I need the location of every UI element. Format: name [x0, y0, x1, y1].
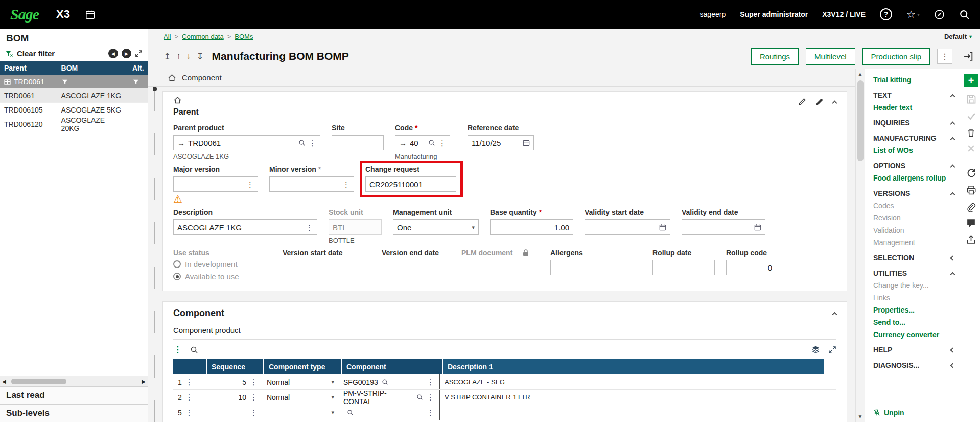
exit-icon[interactable] [963, 51, 974, 62]
filter-value[interactable]: TRD0061 [14, 78, 44, 86]
refresh-icon[interactable] [966, 168, 976, 179]
clear-filter-icon[interactable] [5, 50, 13, 58]
help-icon[interactable]: ? [880, 8, 892, 20]
column-header-parent[interactable]: Parent [0, 61, 57, 75]
previous-record-icon[interactable]: ↑ [176, 51, 181, 62]
column-header-component-type[interactable]: Component type [264, 359, 341, 374]
component-row[interactable]: 1 ⋮ 5 ⋮ Normal ▾ [173, 374, 836, 390]
jump-to-icon[interactable]: → [399, 139, 407, 147]
major-version-input[interactable]: ⋮ [173, 176, 258, 192]
breadcrumb-common-data[interactable]: Common data [182, 33, 224, 40]
grid-search-icon[interactable] [190, 346, 198, 354]
lookup-icon[interactable] [347, 409, 354, 416]
diagnosis-section-header[interactable]: DIAGNOSIS... [873, 359, 956, 371]
component-type-value[interactable]: Normal [267, 393, 328, 402]
last-read-section[interactable]: Last read [0, 386, 148, 404]
routings-button[interactable]: Routings [751, 48, 799, 65]
lookup-icon[interactable] [416, 394, 423, 401]
base-quantity-input[interactable]: 1.00 [490, 219, 573, 235]
print-icon[interactable] [966, 185, 976, 195]
endpoint-selector[interactable]: X3V12 / LIVE [822, 10, 866, 18]
field-options-icon[interactable]: ⋮ [438, 139, 446, 147]
description1-value[interactable]: ASCOGLAZE - SFG [439, 374, 824, 389]
comment-bubble-icon[interactable] [966, 218, 976, 228]
selection-section-header[interactable]: SELECTION [873, 252, 956, 264]
currency-converter-link[interactable]: Currency converter [873, 328, 956, 341]
favorites-icon[interactable]: ☆▾ [906, 8, 920, 20]
tab-component[interactable]: Component [182, 73, 222, 82]
inquiries-section-header[interactable]: INQUIRIES [873, 117, 956, 129]
record-row[interactable]: TRD006105 ASCOGLAZE 5KG [0, 103, 148, 117]
scroll-left-icon[interactable]: ◀ [2, 379, 6, 384]
breadcrumb-all[interactable]: All [164, 33, 171, 40]
description1-value[interactable]: V STRIP CONTAINER 1 LTR [439, 390, 824, 405]
component-row-new[interactable]: 5 ⋮ ⋮ ▾ [173, 405, 836, 420]
field-options-icon[interactable]: ⋮ [427, 393, 434, 401]
calendar-icon[interactable] [659, 224, 666, 231]
row-options-icon[interactable]: ⋮ [185, 409, 193, 416]
first-record-icon[interactable]: ↥ [164, 51, 171, 62]
last-record-icon[interactable]: ↧ [196, 51, 203, 62]
collapse-section-icon[interactable] [832, 312, 837, 317]
sequence-value[interactable]: 10 [238, 393, 246, 402]
validity-end-date-input[interactable] [682, 219, 765, 235]
view-selector[interactable]: Default ▾ [944, 33, 972, 40]
component-type-value[interactable]: Normal [267, 378, 328, 386]
filter-funnel-icon[interactable] [61, 78, 68, 85]
utilities-section-header[interactable]: UTILITIES [873, 267, 956, 279]
scroll-down-icon[interactable]: ▼ [858, 414, 863, 419]
home-icon[interactable] [168, 73, 176, 82]
layers-icon[interactable] [811, 345, 820, 354]
allergens-input[interactable] [550, 260, 641, 275]
next-record-icon[interactable]: ▶ [122, 49, 131, 58]
description1-value[interactable] [439, 405, 824, 420]
component-value[interactable]: PM-V-STRIP-CONTAI [343, 389, 413, 406]
calendar-icon[interactable] [85, 10, 95, 19]
field-options-icon[interactable]: ⋮ [427, 409, 434, 416]
column-header-alt[interactable]: Alt. [128, 61, 148, 75]
jump-to-icon[interactable]: → [177, 139, 185, 147]
scroll-up-icon[interactable]: ▲ [858, 71, 863, 77]
food-allergens-rollup-link[interactable]: Food allergens rollup [873, 172, 956, 184]
help-section-header[interactable]: HELP [873, 344, 956, 356]
column-header-component[interactable]: Component [342, 359, 442, 374]
component-value[interactable]: SFG00193 [343, 378, 378, 386]
column-header-bom[interactable]: BOM [57, 61, 128, 75]
grid-actions-icon[interactable]: ⋮ [173, 344, 182, 355]
fullscreen-icon[interactable] [828, 346, 836, 354]
delete-trash-icon[interactable] [966, 128, 976, 138]
edit-pencil-icon[interactable] [815, 98, 824, 106]
lookup-icon[interactable] [382, 379, 388, 385]
lookup-icon[interactable] [298, 139, 306, 146]
version-end-date-input[interactable] [382, 260, 450, 275]
header-text-link[interactable]: Header text [873, 101, 956, 114]
sequence-value[interactable]: 5 [242, 378, 246, 386]
list-of-wos-link[interactable]: List of WOs [873, 144, 956, 157]
scrollbar-thumb[interactable] [11, 379, 66, 384]
collapse-section-icon[interactable] [832, 100, 837, 105]
options-section-header[interactable]: OPTIONS [873, 160, 956, 172]
properties-link[interactable]: Properties... [873, 304, 956, 316]
versions-section-header[interactable]: VERSIONS [873, 187, 956, 199]
reference-date-input[interactable]: 11/10/25 [468, 135, 534, 150]
chevron-down-icon[interactable]: ▾ [331, 409, 334, 416]
scrollbar-thumb[interactable] [857, 80, 864, 161]
column-header-sequence[interactable]: Sequence [207, 359, 263, 374]
vertical-scrollbar[interactable]: ▲ ▼ [855, 69, 865, 422]
record-row[interactable]: TRD0061 ASCOGLAZE 1KG [0, 88, 148, 103]
minor-version-input[interactable]: ⋮ [269, 176, 354, 192]
filter-funnel-icon[interactable] [132, 78, 139, 85]
navigation-compass-icon[interactable] [934, 9, 945, 20]
field-options-icon[interactable]: ⋮ [250, 409, 258, 416]
chevron-down-icon[interactable]: ▾ [331, 394, 334, 401]
expand-panel-icon[interactable] [135, 50, 143, 57]
manufacturing-section-header[interactable]: MANUFACTURING [873, 132, 956, 144]
field-options-icon[interactable]: ⋮ [342, 181, 350, 188]
field-options-icon[interactable]: ⋮ [250, 378, 258, 386]
code-input[interactable]: → 40 ⋮ [395, 135, 450, 150]
row-options-icon[interactable]: ⋮ [185, 393, 193, 401]
multilevel-button[interactable]: Multilevel [806, 48, 855, 65]
lookup-icon[interactable] [428, 139, 435, 146]
user-name[interactable]: Super administrator [740, 10, 808, 18]
scroll-right-icon[interactable]: ▶ [142, 379, 146, 384]
